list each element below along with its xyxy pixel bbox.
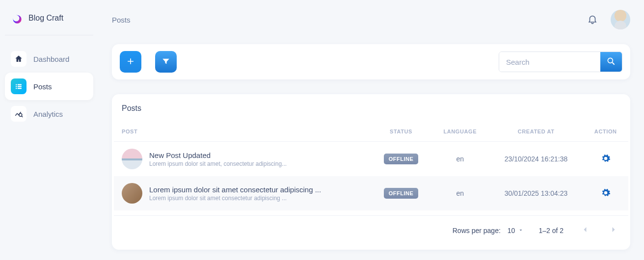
toolbar bbox=[112, 44, 630, 79]
notifications-icon[interactable] bbox=[587, 14, 598, 26]
svg-point-6 bbox=[19, 113, 22, 116]
sidebar-item-analytics[interactable]: Analytics bbox=[5, 100, 93, 128]
post-subtitle: Lorem ipsum dolor sit amet consectetur a… bbox=[149, 195, 321, 202]
post-thumbnail bbox=[122, 149, 142, 169]
main: Posts bbox=[98, 0, 644, 260]
gear-icon bbox=[601, 157, 611, 165]
analytics-icon bbox=[11, 106, 27, 122]
svg-point-7 bbox=[608, 58, 613, 63]
status-badge: OFFLINE bbox=[384, 154, 419, 164]
posts-table-card: Posts POST STATUS LANGUAGE CREATED AT AC… bbox=[112, 94, 630, 250]
post-created: 30/01/2025 13:04:23 bbox=[489, 176, 583, 210]
search-button[interactable] bbox=[600, 52, 622, 72]
sidebar-item-posts[interactable]: Posts bbox=[5, 73, 93, 100]
post-language: en bbox=[431, 142, 489, 177]
chevron-right-icon bbox=[609, 225, 618, 236]
chevron-down-icon bbox=[518, 227, 524, 234]
sidebar-item-label: Dashboard bbox=[33, 55, 69, 63]
post-title: Lorem ipsum dolor sit amet consectetur a… bbox=[149, 185, 321, 194]
table-row: Lorem ipsum dolor sit amet consectetur a… bbox=[114, 176, 628, 210]
column-created: CREATED AT bbox=[489, 124, 583, 142]
posts-table: POST STATUS LANGUAGE CREATED AT ACTION bbox=[114, 124, 628, 210]
svg-rect-2 bbox=[16, 86, 17, 87]
rows-per-page-value: 10 bbox=[508, 227, 515, 234]
column-action: ACTION bbox=[583, 124, 628, 142]
next-page-button[interactable] bbox=[607, 223, 620, 238]
post-language: en bbox=[431, 176, 489, 210]
filter-icon bbox=[161, 57, 170, 67]
pagination: Rows per page: 10 1–2 of 2 bbox=[114, 215, 628, 247]
brand-logo-icon bbox=[10, 10, 23, 26]
svg-rect-1 bbox=[18, 84, 22, 85]
plus-icon bbox=[126, 56, 135, 68]
post-title: New Post Updated bbox=[149, 151, 287, 159]
row-action-button[interactable] bbox=[599, 186, 613, 201]
svg-rect-4 bbox=[16, 88, 17, 89]
sidebar-item-label: Analytics bbox=[33, 110, 63, 118]
search bbox=[499, 52, 622, 72]
home-icon bbox=[11, 51, 27, 67]
sidebar-item-label: Posts bbox=[33, 82, 52, 91]
pagination-range: 1–2 of 2 bbox=[538, 227, 564, 234]
filter-button[interactable] bbox=[155, 51, 177, 73]
brand: Blog Craft bbox=[5, 10, 93, 35]
add-button[interactable] bbox=[120, 51, 141, 73]
svg-rect-5 bbox=[18, 88, 22, 89]
row-action-button[interactable] bbox=[599, 152, 613, 167]
table-title: Posts bbox=[122, 104, 620, 113]
prev-page-button[interactable] bbox=[578, 223, 592, 238]
post-thumbnail bbox=[122, 183, 142, 204]
post-created: 23/10/2024 16:21:38 bbox=[489, 142, 583, 177]
search-icon bbox=[606, 56, 616, 68]
post-subtitle: Lorem ipsum dolor sit amet, consectetur … bbox=[149, 160, 287, 167]
rows-per-page-label: Rows per page: bbox=[453, 227, 501, 234]
brand-name: Blog Craft bbox=[28, 14, 63, 23]
chevron-left-icon bbox=[580, 225, 590, 236]
column-language: LANGUAGE bbox=[431, 124, 489, 142]
sidebar: Blog Craft Dashboard Posts bbox=[0, 0, 98, 260]
rows-per-page-select[interactable]: 10 bbox=[508, 227, 524, 234]
column-post: POST bbox=[114, 124, 371, 142]
column-status: STATUS bbox=[371, 124, 431, 142]
search-input[interactable] bbox=[499, 52, 600, 72]
list-icon bbox=[11, 78, 27, 94]
table-row: New Post Updated Lorem ipsum dolor sit a… bbox=[114, 142, 628, 177]
topbar: Posts bbox=[112, 10, 630, 29]
status-badge: OFFLINE bbox=[384, 188, 419, 199]
svg-rect-0 bbox=[16, 84, 17, 85]
avatar[interactable] bbox=[611, 10, 630, 29]
gear-icon bbox=[601, 192, 611, 199]
svg-rect-3 bbox=[18, 86, 22, 87]
sidebar-item-dashboard[interactable]: Dashboard bbox=[5, 45, 93, 73]
page-title: Posts bbox=[112, 16, 131, 24]
